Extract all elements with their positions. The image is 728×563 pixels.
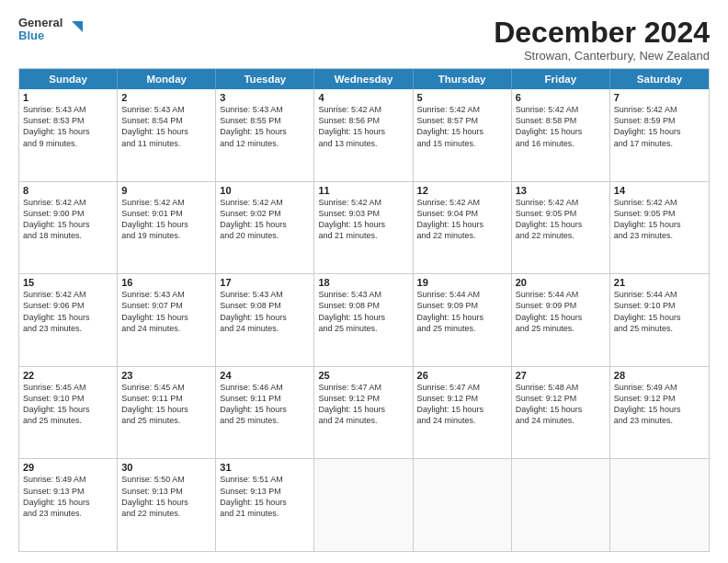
calendar-cell: 27Sunrise: 5:48 AM Sunset: 9:12 PM Dayli… <box>512 367 610 459</box>
day-info: Sunrise: 5:42 AM Sunset: 8:57 PM Dayligh… <box>417 104 507 149</box>
calendar-cell: 21Sunrise: 5:44 AM Sunset: 9:10 PM Dayli… <box>610 274 709 366</box>
title-block: December 2024 Strowan, Canterbury, New Z… <box>494 17 710 63</box>
day-number: 14 <box>614 185 705 196</box>
day-number: 8 <box>23 185 113 196</box>
day-info: Sunrise: 5:49 AM Sunset: 9:12 PM Dayligh… <box>614 382 705 427</box>
calendar-cell: 14Sunrise: 5:42 AM Sunset: 9:05 PM Dayli… <box>610 182 709 274</box>
calendar-cell <box>512 459 610 551</box>
logo: General Blue <box>18 17 83 43</box>
header-sunday: Sunday <box>19 69 118 89</box>
day-info: Sunrise: 5:44 AM Sunset: 9:09 PM Dayligh… <box>516 289 606 334</box>
month-title: December 2024 <box>494 17 710 49</box>
day-number: 9 <box>121 185 211 196</box>
calendar: Sunday Monday Tuesday Wednesday Thursday… <box>18 68 710 552</box>
day-number: 3 <box>220 92 310 103</box>
day-number: 13 <box>516 185 606 196</box>
calendar-cell: 25Sunrise: 5:47 AM Sunset: 9:12 PM Dayli… <box>314 367 413 459</box>
day-number: 10 <box>220 185 310 196</box>
calendar-cell: 22Sunrise: 5:45 AM Sunset: 9:10 PM Dayli… <box>19 367 118 459</box>
svg-marker-0 <box>72 21 83 32</box>
day-info: Sunrise: 5:42 AM Sunset: 8:59 PM Dayligh… <box>614 104 705 149</box>
header-friday: Friday <box>512 69 610 89</box>
calendar-header: Sunday Monday Tuesday Wednesday Thursday… <box>19 69 709 89</box>
calendar-cell: 24Sunrise: 5:46 AM Sunset: 9:11 PM Dayli… <box>216 367 314 459</box>
calendar-cell: 19Sunrise: 5:44 AM Sunset: 9:09 PM Dayli… <box>414 274 512 366</box>
header-thursday: Thursday <box>414 69 512 89</box>
calendar-cell: 9Sunrise: 5:42 AM Sunset: 9:01 PM Daylig… <box>118 182 216 274</box>
calendar-body: 1Sunrise: 5:43 AM Sunset: 8:53 PM Daylig… <box>19 89 709 551</box>
day-info: Sunrise: 5:42 AM Sunset: 9:01 PM Dayligh… <box>121 197 211 242</box>
day-number: 4 <box>318 92 408 103</box>
calendar-cell: 18Sunrise: 5:43 AM Sunset: 9:08 PM Dayli… <box>314 274 413 366</box>
calendar-cell: 20Sunrise: 5:44 AM Sunset: 9:09 PM Dayli… <box>512 274 610 366</box>
header-tuesday: Tuesday <box>216 69 314 89</box>
day-info: Sunrise: 5:43 AM Sunset: 8:54 PM Dayligh… <box>121 104 211 149</box>
day-info: Sunrise: 5:42 AM Sunset: 9:05 PM Dayligh… <box>614 197 705 242</box>
day-number: 23 <box>121 370 211 381</box>
day-info: Sunrise: 5:43 AM Sunset: 9:07 PM Dayligh… <box>121 289 211 334</box>
day-info: Sunrise: 5:45 AM Sunset: 9:10 PM Dayligh… <box>23 382 113 427</box>
day-info: Sunrise: 5:42 AM Sunset: 9:03 PM Dayligh… <box>318 197 408 242</box>
day-info: Sunrise: 5:46 AM Sunset: 9:11 PM Dayligh… <box>220 382 310 427</box>
day-number: 26 <box>417 370 507 381</box>
calendar-row: 1Sunrise: 5:43 AM Sunset: 8:53 PM Daylig… <box>19 89 709 181</box>
calendar-cell <box>414 459 512 551</box>
calendar-cell: 6Sunrise: 5:42 AM Sunset: 8:58 PM Daylig… <box>512 89 610 181</box>
calendar-cell: 30Sunrise: 5:50 AM Sunset: 9:13 PM Dayli… <box>118 459 216 551</box>
day-number: 12 <box>417 185 507 196</box>
calendar-cell: 2Sunrise: 5:43 AM Sunset: 8:54 PM Daylig… <box>118 89 216 181</box>
day-info: Sunrise: 5:44 AM Sunset: 9:10 PM Dayligh… <box>614 289 705 334</box>
day-info: Sunrise: 5:42 AM Sunset: 9:02 PM Dayligh… <box>220 197 310 242</box>
calendar-cell <box>610 459 709 551</box>
day-number: 18 <box>318 277 408 288</box>
day-number: 25 <box>318 370 408 381</box>
day-number: 27 <box>516 370 606 381</box>
day-info: Sunrise: 5:43 AM Sunset: 8:53 PM Dayligh… <box>23 104 113 149</box>
page-header: General Blue December 2024 Strowan, Cant… <box>18 17 710 63</box>
day-info: Sunrise: 5:51 AM Sunset: 9:13 PM Dayligh… <box>220 474 310 519</box>
day-number: 24 <box>220 370 310 381</box>
day-info: Sunrise: 5:47 AM Sunset: 9:12 PM Dayligh… <box>318 382 408 427</box>
day-number: 6 <box>516 92 606 103</box>
calendar-cell: 4Sunrise: 5:42 AM Sunset: 8:56 PM Daylig… <box>314 89 413 181</box>
day-number: 19 <box>417 277 507 288</box>
day-info: Sunrise: 5:43 AM Sunset: 8:55 PM Dayligh… <box>220 104 310 149</box>
day-info: Sunrise: 5:42 AM Sunset: 9:04 PM Dayligh… <box>417 197 507 242</box>
calendar-cell: 12Sunrise: 5:42 AM Sunset: 9:04 PM Dayli… <box>414 182 512 274</box>
calendar-cell: 1Sunrise: 5:43 AM Sunset: 8:53 PM Daylig… <box>19 89 118 181</box>
calendar-cell: 16Sunrise: 5:43 AM Sunset: 9:07 PM Dayli… <box>118 274 216 366</box>
header-saturday: Saturday <box>610 69 709 89</box>
calendar-cell: 5Sunrise: 5:42 AM Sunset: 8:57 PM Daylig… <box>414 89 512 181</box>
day-number: 21 <box>614 277 705 288</box>
day-number: 16 <box>121 277 211 288</box>
day-number: 15 <box>23 277 113 288</box>
calendar-cell <box>314 459 413 551</box>
day-info: Sunrise: 5:50 AM Sunset: 9:13 PM Dayligh… <box>121 474 211 519</box>
calendar-cell: 15Sunrise: 5:42 AM Sunset: 9:06 PM Dayli… <box>19 274 118 366</box>
day-number: 2 <box>121 92 211 103</box>
calendar-row: 8Sunrise: 5:42 AM Sunset: 9:00 PM Daylig… <box>19 181 709 274</box>
day-number: 17 <box>220 277 310 288</box>
calendar-row: 15Sunrise: 5:42 AM Sunset: 9:06 PM Dayli… <box>19 273 709 366</box>
day-info: Sunrise: 5:43 AM Sunset: 9:08 PM Dayligh… <box>318 289 408 334</box>
calendar-cell: 29Sunrise: 5:49 AM Sunset: 9:13 PM Dayli… <box>19 459 118 551</box>
day-info: Sunrise: 5:49 AM Sunset: 9:13 PM Dayligh… <box>23 474 113 519</box>
day-info: Sunrise: 5:42 AM Sunset: 9:05 PM Dayligh… <box>516 197 606 242</box>
day-info: Sunrise: 5:43 AM Sunset: 9:08 PM Dayligh… <box>220 289 310 334</box>
day-number: 7 <box>614 92 705 103</box>
logo-general: General <box>18 17 63 29</box>
day-number: 30 <box>121 462 211 473</box>
day-number: 22 <box>23 370 113 381</box>
calendar-row: 29Sunrise: 5:49 AM Sunset: 9:13 PM Dayli… <box>19 458 709 551</box>
calendar-cell: 28Sunrise: 5:49 AM Sunset: 9:12 PM Dayli… <box>610 367 709 459</box>
calendar-cell: 26Sunrise: 5:47 AM Sunset: 9:12 PM Dayli… <box>414 367 512 459</box>
calendar-cell: 23Sunrise: 5:45 AM Sunset: 9:11 PM Dayli… <box>118 367 216 459</box>
day-number: 1 <box>23 92 113 103</box>
header-monday: Monday <box>118 69 216 89</box>
day-info: Sunrise: 5:45 AM Sunset: 9:11 PM Dayligh… <box>121 382 211 427</box>
location: Strowan, Canterbury, New Zealand <box>494 49 710 63</box>
calendar-cell: 3Sunrise: 5:43 AM Sunset: 8:55 PM Daylig… <box>216 89 314 181</box>
calendar-cell: 13Sunrise: 5:42 AM Sunset: 9:05 PM Dayli… <box>512 182 610 274</box>
day-number: 11 <box>318 185 408 196</box>
calendar-row: 22Sunrise: 5:45 AM Sunset: 9:10 PM Dayli… <box>19 366 709 459</box>
